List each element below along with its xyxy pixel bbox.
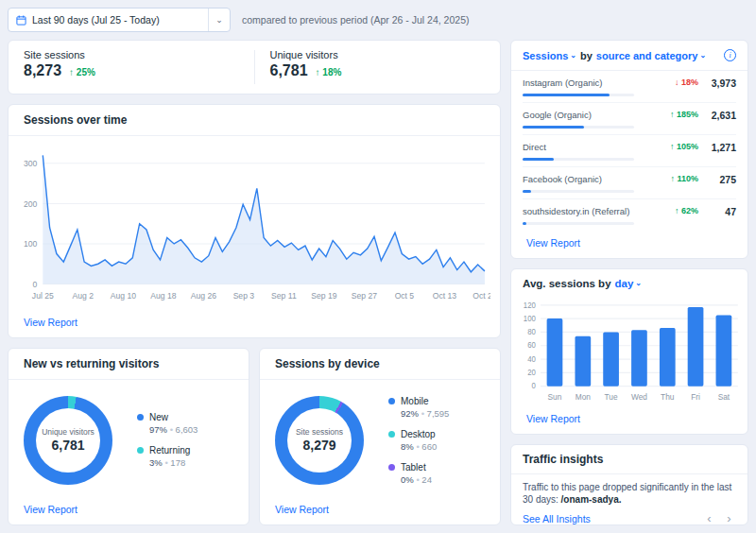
svg-text:0: 0 xyxy=(531,382,536,390)
kpi-value: 8,273 xyxy=(24,62,61,79)
source-bar-track xyxy=(523,94,634,96)
view-report-link[interactable]: View Report xyxy=(24,317,77,328)
kpi-label: Site sessions xyxy=(24,49,239,60)
source-value: 2,631 xyxy=(698,110,736,121)
svg-text:Aug 26: Aug 26 xyxy=(191,291,216,301)
svg-text:Aug 10: Aug 10 xyxy=(111,291,136,301)
legend-item: New97% • 6,603 xyxy=(137,412,198,435)
device-donut-chart: Site sessions 8,279 xyxy=(275,396,364,485)
trend-arrow-icon: ↑ xyxy=(69,67,74,77)
source-bar-track xyxy=(523,158,634,161)
svg-text:100: 100 xyxy=(524,315,537,323)
traffic-insights-card: Traffic insights Traffic to this page dr… xyxy=(510,444,748,525)
card-title: New vs returning visitors xyxy=(9,349,249,380)
source-row[interactable]: Instagram (Organic)↓ 18%3,973 xyxy=(523,71,736,103)
source-bar-fill xyxy=(523,190,531,193)
source-row[interactable]: southsidestory.in (Referral)↑ 62%47 xyxy=(523,199,736,231)
svg-text:Tue: Tue xyxy=(605,392,618,402)
prev-insight-button[interactable]: ‹ xyxy=(702,511,716,525)
source-row[interactable]: Direct↑ 105%1,271 xyxy=(523,135,736,167)
source-label: Instagram (Organic) xyxy=(523,77,655,88)
svg-text:0: 0 xyxy=(32,280,37,289)
card-title: Sessions over time xyxy=(9,105,500,136)
next-insight-button[interactable]: › xyxy=(722,511,736,525)
svg-text:Aug 2: Aug 2 xyxy=(73,291,94,301)
legend-label: Tablet xyxy=(401,462,426,473)
svg-text:60: 60 xyxy=(527,341,536,350)
source-label: Direct xyxy=(523,142,655,152)
source-list: Instagram (Organic)↓ 18%3,973Google (Org… xyxy=(511,71,747,233)
svg-text:Fri: Fri xyxy=(691,392,700,402)
svg-text:20: 20 xyxy=(527,369,536,377)
title-by-text: by xyxy=(580,50,593,61)
svg-text:200: 200 xyxy=(24,198,38,208)
svg-text:Oct 5: Oct 5 xyxy=(395,291,415,301)
kpi-value: 6,781 xyxy=(270,62,308,79)
source-value: 275 xyxy=(698,174,736,185)
analytics-dashboard: Last 90 days (Jul 25 - Today) ⌄ compared… xyxy=(0,0,756,533)
svg-text:Sep 11: Sep 11 xyxy=(271,291,297,301)
right-column: Sessions⌄ by source and category⌄ i Inst… xyxy=(510,40,748,525)
date-range-value: Last 90 days (Jul 25 - Today) xyxy=(32,14,208,26)
source-bar-track xyxy=(523,222,634,225)
source-label: Google (Organic) xyxy=(523,110,655,120)
sessions-metric-dropdown[interactable]: Sessions⌄ xyxy=(523,50,576,61)
legend-label: Returning xyxy=(149,445,190,456)
see-all-insights-link[interactable]: See All Insights xyxy=(523,513,591,524)
card-title: Sessions⌄ by source and category⌄ i xyxy=(511,41,747,71)
legend-item: Tablet0% • 24 xyxy=(388,462,449,485)
svg-text:Sep 27: Sep 27 xyxy=(352,291,377,301)
legend-dot-icon xyxy=(388,398,395,404)
source-value: 1,271 xyxy=(698,142,736,153)
source-category-dropdown[interactable]: source and category⌄ xyxy=(596,50,706,61)
source-bar-fill xyxy=(523,222,526,225)
source-bar-fill xyxy=(523,94,610,96)
legend-item: Mobile92% • 7,595 xyxy=(388,396,449,419)
legend-item: Returning3% • 178 xyxy=(137,445,198,468)
visitors-legend: New97% • 6,603Returning3% • 178 xyxy=(137,412,198,468)
new-vs-returning-card: New vs returning visitors Unique visitor… xyxy=(8,348,249,525)
view-report-link[interactable]: View Report xyxy=(526,413,580,424)
card-title: Traffic insights xyxy=(511,445,747,474)
svg-text:Sun: Sun xyxy=(548,392,562,402)
info-icon[interactable]: i xyxy=(724,49,736,61)
sessions-by-source-card: Sessions⌄ by source and category⌄ i Inst… xyxy=(510,40,748,259)
date-range-select[interactable]: Last 90 days (Jul 25 - Today) ⌄ xyxy=(8,8,231,32)
legend-item: Desktop8% • 660 xyxy=(388,429,449,452)
source-row[interactable]: Google (Organic)↑ 185%2,631 xyxy=(523,103,736,135)
kpi-summary-card: Site sessions 8,273 ↑ 25% Unique visitor… xyxy=(8,40,501,95)
legend-label: Mobile xyxy=(401,396,428,406)
svg-text:Sep 19: Sep 19 xyxy=(311,291,336,301)
view-report-link[interactable]: View Report xyxy=(526,237,580,249)
kpi-unique-visitors[interactable]: Unique visitors 6,781 ↑ 18% xyxy=(255,41,501,94)
legend-dot-icon xyxy=(388,464,395,471)
chevron-down-icon: ⌄ xyxy=(209,15,230,25)
kpi-site-sessions[interactable]: Site sessions 8,273 ↑ 25% xyxy=(9,41,254,94)
source-bar-fill xyxy=(523,158,554,161)
source-change: ↑ 110% xyxy=(655,174,698,183)
trend-arrow-icon: ↑ xyxy=(316,67,320,77)
legend-label: New xyxy=(149,412,168,422)
source-label: Facebook (Organic) xyxy=(523,174,655,184)
svg-text:Sat: Sat xyxy=(718,392,730,402)
source-bar-track xyxy=(523,126,634,129)
legend-dot-icon xyxy=(137,414,144,421)
view-report-link[interactable]: View Report xyxy=(24,504,77,515)
donut-center-label: Site sessions xyxy=(296,427,343,437)
dashboard-grid: Site sessions 8,273 ↑ 25% Unique visitor… xyxy=(8,40,748,525)
view-report-link[interactable]: View Report xyxy=(275,504,329,515)
svg-text:100: 100 xyxy=(24,239,38,249)
svg-text:Sep 3: Sep 3 xyxy=(233,291,255,301)
day-dropdown[interactable]: day⌄ xyxy=(615,278,643,289)
title-text: Avg. sessions by xyxy=(523,278,611,289)
source-row[interactable]: Facebook (Organic)↑ 110%275 xyxy=(523,167,736,199)
device-legend: Mobile92% • 7,595Desktop8% • 660Tablet0%… xyxy=(388,396,449,485)
sessions-over-time-card: Sessions over time 3002001000Jul 25Aug 2… xyxy=(8,104,501,338)
unique-visitors-change: ↑ 18% xyxy=(316,67,342,77)
svg-text:300: 300 xyxy=(24,159,38,168)
legend-value: 8% • 660 xyxy=(401,441,449,452)
svg-text:80: 80 xyxy=(527,328,536,336)
site-sessions-change: ↑ 25% xyxy=(69,67,95,77)
topbar: Last 90 days (Jul 25 - Today) ⌄ compared… xyxy=(8,8,748,32)
visitors-donut-chart: Unique visitors 6,781 xyxy=(24,396,112,485)
